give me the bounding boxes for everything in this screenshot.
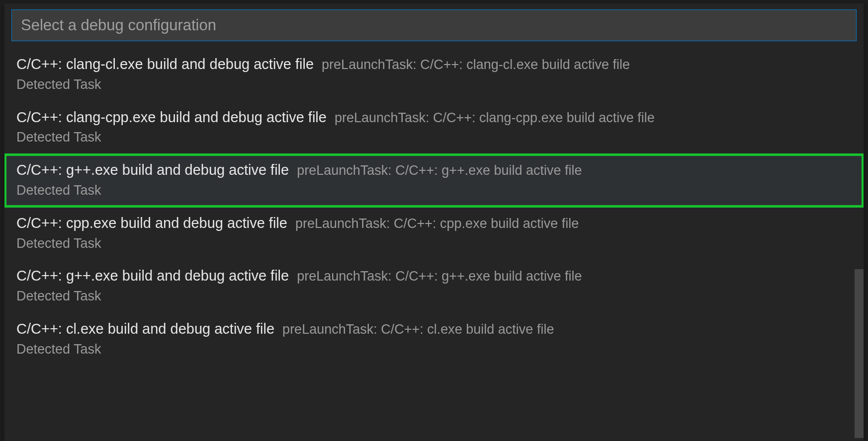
config-item-row: C/C++: clang-cl.exe build and debug acti… (16, 54, 852, 74)
search-wrapper (4, 3, 864, 48)
scrollbar-thumb[interactable] (855, 269, 864, 438)
config-item-gpp[interactable]: C/C++: g++.exe build and debug active fi… (4, 260, 864, 313)
config-item-description: preLaunchTask: C/C++: g++.exe build acti… (297, 161, 582, 180)
config-item-detail: Detected Task (16, 287, 852, 306)
config-list: C/C++: clang-cl.exe build and debug acti… (4, 48, 864, 441)
config-item-detail: Detected Task (16, 181, 852, 200)
config-item-title: C/C++: clang-cl.exe build and debug acti… (16, 54, 314, 74)
config-item-title: C/C++: cl.exe build and debug active fil… (16, 319, 274, 339)
config-item-cl[interactable]: C/C++: cl.exe build and debug active fil… (4, 313, 864, 366)
debug-config-quickpick: C/C++: clang-cl.exe build and debug acti… (4, 3, 864, 441)
config-item-description: preLaunchTask: C/C++: g++.exe build acti… (297, 267, 582, 286)
config-item-title: C/C++: clang-cpp.exe build and debug act… (16, 107, 327, 128)
config-item-row: C/C++: g++.exe build and debug active fi… (16, 266, 852, 286)
config-item-detail: Detected Task (16, 128, 852, 147)
config-item-row: C/C++: cl.exe build and debug active fil… (16, 319, 852, 339)
config-item-title: C/C++: cpp.exe build and debug active fi… (16, 213, 287, 233)
config-item-detail: Detected Task (16, 340, 852, 359)
config-item-title: C/C++: g++.exe build and debug active fi… (16, 266, 289, 286)
config-item-description: preLaunchTask: C/C++: cpp.exe build acti… (295, 215, 579, 233)
config-item-row: C/C++: cpp.exe build and debug active fi… (16, 213, 852, 233)
config-item-row: C/C++: clang-cpp.exe build and debug act… (16, 107, 852, 128)
config-item-gpp-highlighted[interactable]: C/C++: g++.exe build and debug active fi… (4, 154, 864, 207)
config-item-description: preLaunchTask: C/C++: clang-cl.exe build… (322, 56, 630, 74)
config-item-cpp[interactable]: C/C++: cpp.exe build and debug active fi… (4, 207, 864, 260)
config-item-detail: Detected Task (16, 234, 852, 253)
search-input[interactable] (11, 9, 857, 41)
config-item-title: C/C++: g++.exe build and debug active fi… (16, 160, 289, 180)
config-item-description: preLaunchTask: C/C++: cl.exe build activ… (282, 320, 554, 339)
config-item-detail: Detected Task (16, 75, 852, 94)
config-item-clang-cl[interactable]: C/C++: clang-cl.exe build and debug acti… (4, 48, 864, 101)
config-item-row: C/C++: g++.exe build and debug active fi… (16, 160, 852, 180)
config-item-clang-cpp[interactable]: C/C++: clang-cpp.exe build and debug act… (4, 101, 864, 154)
config-item-description: preLaunchTask: C/C++: clang-cpp.exe buil… (335, 109, 655, 128)
scrollbar[interactable] (855, 269, 864, 438)
